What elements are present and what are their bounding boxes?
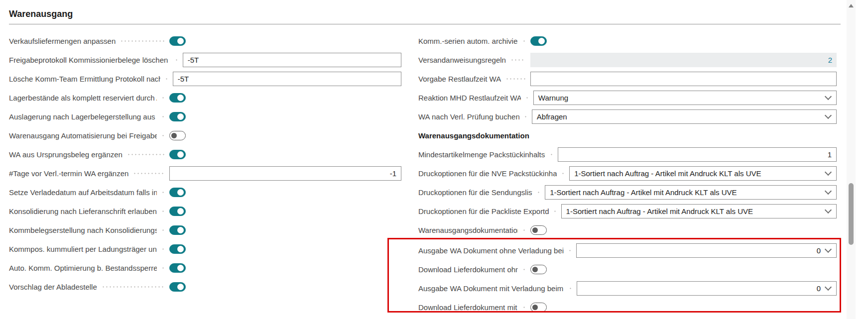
auslagerung-nach-lagerbelegerstellung-toggle[interactable] [169,112,186,121]
field-label: Download Lieferdokument ohne Verladung [418,265,518,274]
field-row: Vorschlag der Abladestelle [9,277,401,296]
field-label: Warenausgang Automatisierung bei Freigab… [9,131,157,140]
field-label: Druckoptionen für die Sendungsliste [418,188,532,197]
field-label: Download Lieferdokument mit Verladung [418,303,518,312]
select-value: 1-Sortiert nach Auftrag - Artikel mit An… [550,188,821,197]
chevron-down-icon [825,284,832,291]
komm-serien-archivieren-toggle[interactable] [530,36,547,46]
loesche-komm-team-input[interactable] [173,72,401,86]
page-title: Warenausgang [9,9,841,24]
field-label: Konsolidierung nach Lieferanschrift erla… [9,207,157,215]
warenausgang-automatisierung-toggle[interactable] [169,131,186,140]
chevron-down-icon [825,169,832,176]
left-column: Verkaufsliefermengen anpassen Freigabepr… [9,31,401,296]
tage-vor-verl-termin-input[interactable] [169,166,401,181]
versandanweisungsregeln-drilldown-link[interactable]: 2 [828,56,832,64]
ausgabe-wa-ohne-verladung-select[interactable]: 0 [576,243,837,258]
field-label: Druckoptionen für die NVE Packstückinhal… [418,169,557,178]
field-row: #Tage vor Verl.-termin WA ergänzen [9,164,401,183]
verkaufsliefermengen-anpassen-toggle[interactable] [169,36,186,46]
field-row: Druckoptionen für die Packliste Exportda… [418,202,837,220]
druckoptionen-sendungsliste-select[interactable]: 1-Sortiert nach Auftrag - Artikel mit An… [545,185,837,200]
wa-aus-ursprungsbeleg-toggle[interactable] [169,150,186,159]
field-label: Lagerbestände als komplett reserviert du… [9,94,157,102]
dotted-leader [522,229,525,231]
dotted-leader [161,116,164,117]
gtin-toggle[interactable] [530,225,547,235]
freigabeprotokoll-loeschen-input[interactable] [183,53,401,67]
dotted-leader [524,116,527,117]
dotted-leader [175,59,178,61]
dotted-leader [133,173,164,174]
field-label: Freigabeprotokoll Kommissionierbelege lö… [9,56,170,64]
dotted-leader [161,267,164,269]
druckoptionen-packliste-select[interactable]: 1-Sortiert nach Auftrag - Artikel mit An… [561,204,837,218]
dotted-leader [161,135,164,136]
dotted-leader [525,97,528,99]
field-label: Vorschlag der Abladestelle [9,283,97,291]
field-label: Lösche Komm-Team Ermittlung Protokoll na… [9,75,160,83]
setze-verladedatum-toggle[interactable] [169,188,186,197]
field-label: WA nach Verl. Prüfung buchen [418,112,519,121]
kommbelegserstellung-konsolidierungsnr-toggle[interactable] [169,225,186,235]
druckoptionen-nve-select[interactable]: 1-Sortiert nach Auftrag - Artikel mit An… [569,166,837,181]
dotted-leader [510,59,525,61]
dotted-leader [127,154,164,155]
dotted-leader [161,229,164,231]
right-column: Komm.-serien autom. archivieren Versanda… [418,31,837,317]
lagerbestaende-reserviert-toggle[interactable] [169,93,186,103]
versandanweisungsregeln-field: 2 [530,53,837,67]
ausgabe-wa-mit-verladung-select[interactable]: 0 [577,281,837,296]
field-row: Lagerbestände als komplett reserviert du… [9,88,401,107]
field-row: Druckoptionen für die Sendungsliste 1-So… [418,183,837,202]
field-label: Auslagerung nach Lagerbelegerstellung au… [9,112,157,121]
dotted-leader [550,154,553,155]
dotted-leader [561,173,564,174]
field-row: Vorgabe Restlaufzeit WA [418,69,837,88]
field-label: Auto. Komm. Optimierung b. Bestandssperr… [9,264,157,272]
field-row: Reaktion MHD Restlaufzeit WA Warnung [418,88,837,107]
select-value: 1-Sortiert nach Auftrag - Artikel mit An… [566,207,821,215]
field-row: Versandanweisungsregeln 2 [418,50,837,69]
wa-nach-verl-pruefung-select[interactable]: Abfragen [532,109,837,124]
vertical-scrollbar[interactable] [847,0,856,319]
field-row: Mindestartikelmenge Packstückinhaltslist… [418,145,837,164]
dotted-leader [120,40,164,42]
chevron-down-icon [825,112,832,119]
dotted-leader [161,211,164,212]
dotted-leader [522,269,525,270]
field-row: WA nach Verl. Prüfung buchen Abfragen [418,107,837,126]
field-row: Verkaufsliefermengen anpassen [9,31,401,50]
field-label: Kommpos. kummuliert per Ladungsträger un… [9,245,157,253]
download-ohne-verladung-toggle[interactable] [530,265,547,274]
section-row: Warenausgangsdokumentation [418,126,837,145]
dotted-leader [553,211,556,212]
select-value: 1-Sortiert nach Auftrag - Artikel mit An… [574,169,821,178]
field-label: Komm.-serien autom. archivieren [418,37,518,45]
field-row: Druckoptionen für die NVE Packstückinhal… [418,164,837,183]
reaktion-mhd-select[interactable]: Warnung [533,91,837,105]
dotted-leader [161,248,164,250]
vorschlag-abladestelle-toggle[interactable] [169,282,186,292]
download-mit-verladung-toggle[interactable] [530,303,547,312]
field-label: Kommbelegserstellung nach Konsolidierung… [9,226,157,234]
auto-komm-optimierung-toggle[interactable] [169,263,186,273]
dotted-leader [522,40,525,42]
dotted-leader [569,288,572,289]
field-row: Ausgabe WA Dokument mit Verladung beim "… [418,279,837,298]
scrollbar-thumb[interactable] [849,183,854,245]
vorgabe-restlaufzeit-input[interactable] [530,72,837,86]
konsolidierung-lieferanschrift-toggle[interactable] [169,207,186,216]
warenausgangsdokumentation-heading: Warenausgangsdokumentation [418,131,529,140]
dotted-leader [537,192,540,193]
dotted-leader [102,286,164,288]
dotted-leader [161,97,164,99]
field-label: Ausgabe WA Dokument mit Verladung beim "… [418,284,564,293]
mindestartikelmenge-input[interactable] [558,147,837,162]
field-label: #Tage vor Verl.-termin WA ergänzen [9,169,128,178]
select-value: Warnung [538,94,821,102]
field-row: Auslagerung nach Lagerbelegerstellung au… [9,107,401,126]
kommpos-kummuliert-toggle[interactable] [169,244,186,254]
scroll-up-icon[interactable] [849,4,854,7]
field-label: Druckoptionen für die Packliste Exportda… [418,207,549,215]
